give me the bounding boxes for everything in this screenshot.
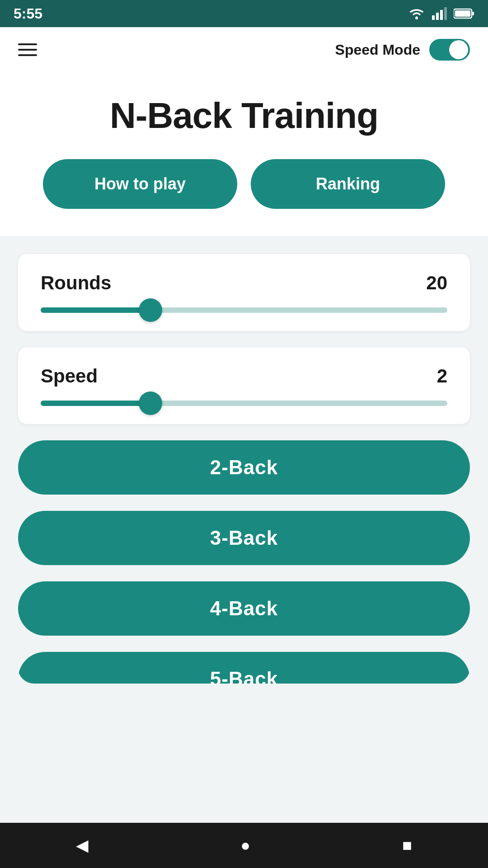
- rounds-slider-track-container[interactable]: [41, 307, 447, 313]
- hero-section: N-Back Training How to play Ranking: [0, 72, 488, 236]
- svg-rect-1: [432, 15, 435, 20]
- speed-slider-card: Speed 2: [18, 347, 470, 424]
- three-back-button[interactable]: 3-Back: [18, 511, 470, 565]
- rounds-slider-header: Rounds 20: [41, 272, 447, 294]
- rounds-tick-1: [252, 308, 256, 312]
- speed-tick-2: [350, 401, 353, 405]
- top-bar-right: Speed Mode: [335, 39, 470, 61]
- battery-icon: [454, 8, 474, 19]
- nav-home-button[interactable]: ●: [240, 836, 250, 855]
- rounds-slider-thumb[interactable]: [139, 298, 162, 322]
- nav-back-button[interactable]: ◀: [76, 836, 89, 855]
- ranking-button[interactable]: Ranking: [251, 159, 445, 209]
- five-back-button[interactable]: 5-Back: [18, 652, 470, 684]
- svg-rect-3: [440, 10, 443, 20]
- two-back-button[interactable]: 2-Back: [18, 440, 470, 495]
- home-nav-icon: ●: [240, 836, 250, 855]
- top-bar: Speed Mode: [0, 27, 488, 72]
- rounds-tick-2: [350, 308, 353, 312]
- speed-slider-track-container[interactable]: [41, 401, 447, 406]
- recents-nav-icon: ■: [402, 836, 412, 855]
- back-nav-icon: ◀: [76, 836, 89, 855]
- speed-slider-thumb[interactable]: [139, 392, 162, 415]
- five-back-partial-wrapper: 5-Back: [18, 652, 470, 684]
- how-to-play-button[interactable]: How to play: [43, 159, 237, 209]
- hamburger-menu-button[interactable]: [18, 43, 37, 56]
- wifi-icon: [408, 7, 426, 20]
- signal-icon: [432, 7, 447, 20]
- rounds-slider-card: Rounds 20: [18, 254, 470, 331]
- four-back-button[interactable]: 4-Back: [18, 581, 470, 636]
- speed-mode-toggle[interactable]: [429, 39, 470, 61]
- rounds-value: 20: [426, 272, 447, 294]
- svg-rect-6: [472, 12, 474, 15]
- speed-mode-label: Speed Mode: [335, 42, 420, 58]
- speed-label: Speed: [41, 365, 98, 387]
- svg-point-0: [415, 17, 418, 19]
- status-icons: [408, 7, 474, 20]
- toggle-knob: [449, 40, 468, 59]
- svg-rect-4: [444, 7, 447, 20]
- status-time: 5:55: [14, 5, 42, 22]
- main-content: Rounds 20 Speed 2 2-Back 3-Back 4-: [0, 236, 488, 684]
- speed-slider-track: [41, 401, 447, 406]
- app-title: N-Back Training: [18, 95, 470, 137]
- speed-slider-header: Speed 2: [41, 365, 447, 387]
- rounds-label: Rounds: [41, 272, 111, 294]
- rounds-slider-track: [41, 307, 447, 313]
- bottom-nav: ◀ ● ■: [0, 823, 488, 868]
- hero-buttons: How to play Ranking: [18, 159, 470, 209]
- svg-rect-7: [455, 10, 470, 17]
- status-bar: 5:55: [0, 0, 488, 27]
- speed-tick-1: [252, 401, 256, 405]
- speed-value: 2: [437, 365, 447, 387]
- svg-rect-2: [436, 13, 439, 20]
- nav-recents-button[interactable]: ■: [402, 836, 412, 855]
